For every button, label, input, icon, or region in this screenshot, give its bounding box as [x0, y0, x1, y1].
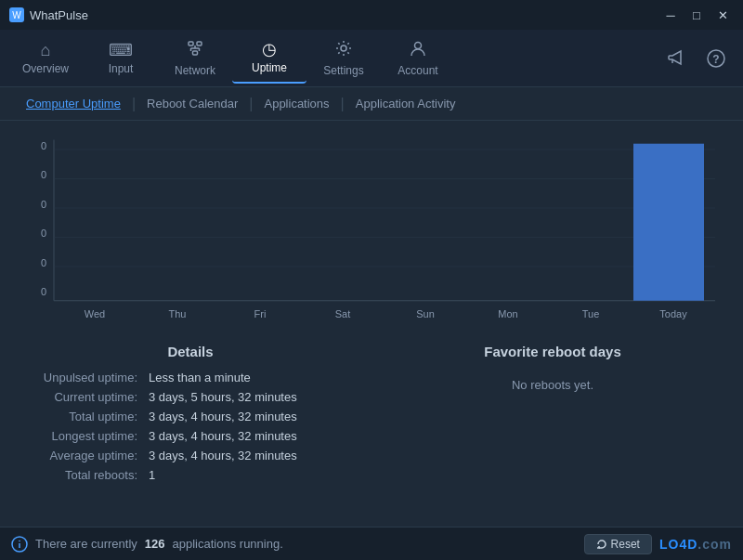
svg-text:Sun: Sun [416, 307, 435, 319]
detail-row-longest: Longest uptime: 3 days, 4 hours, 32 minu… [19, 429, 362, 443]
maximize-button[interactable]: □ [685, 6, 708, 24]
settings-icon [334, 39, 353, 60]
svg-text:0: 0 [41, 257, 46, 268]
detail-value-current: 3 days, 5 hours, 32 minutes [149, 390, 297, 404]
svg-point-7 [341, 46, 346, 51]
svg-point-35 [19, 540, 20, 541]
nav-overview[interactable]: ⌂ Overview [7, 34, 84, 83]
svg-text:Thu: Thu [169, 307, 187, 319]
uptime-icon: ◷ [262, 41, 277, 58]
info-icon [11, 536, 28, 553]
detail-label-longest: Longest uptime: [19, 429, 149, 443]
detail-label-average: Average uptime: [19, 449, 149, 462]
reset-button[interactable]: Reset [584, 534, 652, 554]
titlebar: W WhatPulse ─ □ ✕ [0, 0, 743, 30]
no-reboots-message: No reboots yet. [381, 378, 724, 392]
detail-value-reboots: 1 [149, 468, 155, 482]
svg-text:0: 0 [41, 169, 46, 180]
nav-network-label: Network [175, 64, 215, 77]
chart-svg: 0 0 0 0 0 0 Wed Thu Fri Sat Sun Mon T [19, 130, 724, 325]
titlebar-controls: ─ □ ✕ [659, 6, 734, 24]
statusbar-right: Reset LO4D.com [584, 534, 732, 554]
detail-label-unpulsed: Unpulsed uptime: [19, 371, 149, 384]
subnav-applications[interactable]: Applications [256, 93, 336, 114]
svg-rect-0 [189, 42, 193, 46]
svg-point-8 [415, 43, 422, 49]
help-button[interactable]: ? [697, 41, 736, 76]
app-title: WhatPulse [30, 8, 88, 22]
nav-account-label: Account [398, 64, 437, 77]
announce-button[interactable] [658, 41, 697, 76]
nav-network[interactable]: Network [158, 32, 232, 85]
reset-icon [596, 539, 607, 550]
nav-input[interactable]: ⌨ Input [84, 34, 158, 83]
status-count: 126 [145, 537, 165, 551]
nav-settings[interactable]: Settings [306, 32, 381, 85]
svg-text:0: 0 [41, 286, 46, 297]
titlebar-left: W WhatPulse [9, 7, 88, 22]
svg-text:0: 0 [41, 140, 46, 151]
nav-overview-label: Overview [22, 62, 69, 75]
detail-value-longest: 3 days, 4 hours, 32 minutes [149, 429, 297, 443]
logo-watermark: LO4D.com [659, 537, 732, 552]
detail-value-average: 3 days, 4 hours, 32 minutes [149, 449, 297, 462]
detail-row-unpulsed: Unpulsed uptime: Less than a minute [19, 371, 362, 384]
status-suffix: applications running. [173, 537, 283, 551]
statusbar-info: There are currently 126 applications run… [11, 536, 283, 553]
details-title: Details [19, 344, 362, 359]
details-panel: Details Unpulsed uptime: Less than a min… [19, 344, 362, 488]
subnav-application-activity[interactable]: Application Activity [348, 93, 463, 114]
nav-settings-label: Settings [323, 64, 363, 77]
detail-row-reboots: Total reboots: 1 [19, 468, 362, 482]
minimize-button[interactable]: ─ [659, 6, 682, 24]
main-content: 0 0 0 0 0 0 Wed Thu Fri Sat Sun Mon T [0, 121, 743, 527]
svg-text:Sat: Sat [335, 307, 351, 319]
svg-text:Fri: Fri [254, 307, 267, 319]
nav-account[interactable]: Account [381, 32, 455, 85]
nav-uptime[interactable]: ◷ Uptime [232, 33, 306, 84]
svg-rect-2 [193, 51, 198, 55]
detail-value-unpulsed: Less than a minute [149, 371, 251, 384]
subnav-computer-uptime[interactable]: Computer Uptime [19, 93, 128, 114]
account-icon [409, 39, 427, 60]
app-icon: W [9, 7, 24, 22]
chart-bar-today [633, 144, 704, 301]
svg-text:0: 0 [41, 199, 46, 210]
svg-text:Today: Today [659, 307, 687, 319]
input-icon: ⌨ [109, 42, 133, 59]
detail-label-total: Total uptime: [19, 410, 149, 423]
statusbar: There are currently 126 applications run… [0, 527, 743, 560]
subnav-reboot-calendar[interactable]: Reboot Calendar [139, 93, 245, 114]
detail-row-total: Total uptime: 3 days, 4 hours, 32 minute… [19, 410, 362, 423]
svg-text:Tue: Tue [582, 307, 600, 319]
nav-uptime-label: Uptime [252, 61, 287, 74]
detail-value-total: 3 days, 4 hours, 32 minutes [149, 410, 297, 423]
navbar: ⌂ Overview ⌨ Input Network ◷ Uptime [0, 30, 743, 87]
network-icon [186, 39, 204, 60]
status-prefix: There are currently [35, 537, 137, 551]
svg-rect-1 [197, 42, 202, 46]
details-section: Details Unpulsed uptime: Less than a min… [19, 344, 724, 488]
detail-label-current: Current uptime: [19, 390, 149, 404]
uptime-chart: 0 0 0 0 0 0 Wed Thu Fri Sat Sun Mon T [19, 130, 724, 325]
close-button[interactable]: ✕ [711, 6, 734, 24]
svg-text:0: 0 [41, 228, 46, 239]
favorite-reboots-panel: Favorite reboot days No reboots yet. [381, 344, 724, 488]
svg-text:?: ? [712, 53, 719, 66]
detail-row-current: Current uptime: 3 days, 5 hours, 32 minu… [19, 390, 362, 404]
subnav: Computer Uptime | Reboot Calendar | Appl… [0, 87, 743, 121]
svg-text:Wed: Wed [85, 307, 105, 319]
reset-label: Reset [611, 538, 640, 551]
nav-input-label: Input [109, 62, 134, 75]
svg-text:Mon: Mon [498, 307, 517, 319]
detail-label-reboots: Total reboots: [19, 468, 149, 482]
overview-icon: ⌂ [41, 42, 51, 59]
favorite-reboots-title: Favorite reboot days [381, 344, 724, 359]
detail-row-average: Average uptime: 3 days, 4 hours, 32 minu… [19, 449, 362, 462]
